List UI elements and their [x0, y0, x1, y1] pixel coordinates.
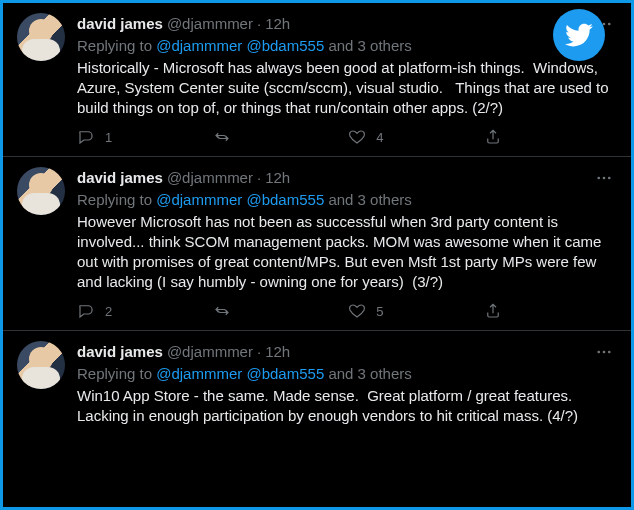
ellipsis-icon — [595, 343, 613, 361]
timestamp[interactable]: 12h — [265, 342, 290, 362]
reply-button[interactable]: 2 — [77, 302, 115, 320]
reply-button[interactable]: 1 — [77, 128, 115, 146]
reply-suffix[interactable]: and 3 others — [324, 191, 412, 208]
tweet[interactable]: david james @djammmer · 12h Replying to … — [3, 157, 631, 331]
reply-suffix[interactable]: and 3 others — [324, 37, 412, 54]
like-button[interactable]: 5 — [348, 302, 386, 320]
timestamp[interactable]: 12h — [265, 168, 290, 188]
avatar[interactable] — [17, 13, 65, 61]
author-handle[interactable]: @djammmer — [167, 342, 253, 362]
share-button[interactable] — [484, 302, 502, 320]
tweet-text: Historically - Microsoft has always been… — [77, 58, 617, 118]
tweet-text: Win10 App Store - the same. Made sense. … — [77, 386, 617, 426]
svg-point-7 — [603, 351, 606, 354]
reply-prefix: Replying to — [77, 191, 156, 208]
like-button[interactable]: 4 — [348, 128, 386, 146]
tweet-content: david james @djammmer · 12h Replying to … — [77, 13, 617, 150]
tweet-header: david james @djammmer · 12h — [77, 13, 617, 35]
ellipsis-icon — [595, 169, 613, 187]
author-name[interactable]: david james — [77, 14, 163, 34]
tweet-content: david james @djammmer · 12h Replying to … — [77, 341, 617, 426]
author-name[interactable]: david james — [77, 168, 163, 188]
tweet[interactable]: david james @djammmer · 12h Replying to … — [3, 331, 631, 432]
reply-count: 1 — [105, 130, 115, 145]
retweet-icon — [213, 302, 231, 320]
svg-point-3 — [597, 177, 600, 180]
tweet-content: david james @djammmer · 12h Replying to … — [77, 167, 617, 324]
like-count: 5 — [376, 304, 386, 319]
reply-context: Replying to @djammmer @bdam555 and 3 oth… — [77, 190, 617, 210]
svg-point-4 — [603, 177, 606, 180]
reply-prefix: Replying to — [77, 37, 156, 54]
tweet-header: david james @djammmer · 12h — [77, 167, 617, 189]
reply-context: Replying to @djammmer @bdam555 and 3 oth… — [77, 364, 617, 384]
twitter-bird-icon — [564, 20, 594, 50]
retweet-button[interactable] — [213, 302, 251, 320]
share-icon — [484, 302, 502, 320]
tweet-actions: 1 4 — [77, 128, 502, 146]
author-name[interactable]: david james — [77, 342, 163, 362]
twitter-logo-badge — [553, 9, 605, 61]
more-button[interactable] — [591, 341, 617, 363]
tweet-text: However Microsoft has not been as succes… — [77, 212, 617, 292]
svg-point-5 — [608, 177, 611, 180]
heart-icon — [348, 302, 366, 320]
timestamp[interactable]: 12h — [265, 14, 290, 34]
author-handle[interactable]: @djammmer — [167, 14, 253, 34]
svg-point-6 — [597, 351, 600, 354]
retweet-button[interactable] — [213, 128, 251, 146]
reply-mentions[interactable]: @djammmer @bdam555 — [156, 365, 324, 382]
separator: · — [257, 342, 261, 362]
more-button[interactable] — [591, 167, 617, 189]
heart-icon — [348, 128, 366, 146]
reply-count: 2 — [105, 304, 115, 319]
svg-point-2 — [608, 23, 611, 26]
reply-icon — [77, 128, 95, 146]
share-button[interactable] — [484, 128, 502, 146]
reply-mentions[interactable]: @djammmer @bdam555 — [156, 191, 324, 208]
tweet-thread-frame: david james @djammmer · 12h Replying to … — [0, 0, 634, 510]
tweet[interactable]: david james @djammmer · 12h Replying to … — [3, 3, 631, 157]
reply-icon — [77, 302, 95, 320]
avatar[interactable] — [17, 341, 65, 389]
reply-suffix[interactable]: and 3 others — [324, 365, 412, 382]
svg-point-8 — [608, 351, 611, 354]
retweet-icon — [213, 128, 231, 146]
tweet-actions: 2 5 — [77, 302, 502, 320]
reply-context: Replying to @djammmer @bdam555 and 3 oth… — [77, 36, 617, 56]
like-count: 4 — [376, 130, 386, 145]
author-handle[interactable]: @djammmer — [167, 168, 253, 188]
share-icon — [484, 128, 502, 146]
avatar[interactable] — [17, 167, 65, 215]
tweet-header: david james @djammmer · 12h — [77, 341, 617, 363]
reply-mentions[interactable]: @djammmer @bdam555 — [156, 37, 324, 54]
reply-prefix: Replying to — [77, 365, 156, 382]
separator: · — [257, 14, 261, 34]
separator: · — [257, 168, 261, 188]
